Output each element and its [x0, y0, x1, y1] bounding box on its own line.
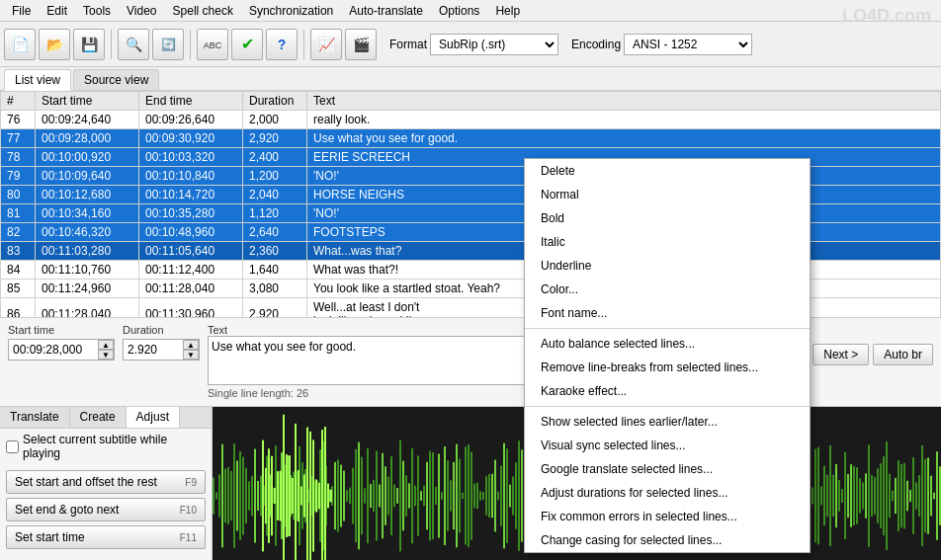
context-menu-item-0[interactable]: Delete [525, 159, 810, 183]
context-menu-item-2[interactable]: Bold [525, 206, 810, 230]
tab-adjust[interactable]: Adjust [127, 407, 180, 428]
cell-num: 76 [1, 111, 36, 129]
svg-rect-236 [909, 490, 911, 502]
menu-options[interactable]: Options [431, 2, 487, 20]
svg-rect-250 [271, 456, 273, 536]
cell-dur: 2,920 [243, 298, 307, 319]
svg-rect-58 [382, 453, 384, 538]
duration-up[interactable]: ▲ [183, 340, 199, 350]
start-time-input[interactable] [9, 340, 98, 360]
svg-rect-76 [435, 487, 437, 505]
tab-create[interactable]: Create [70, 407, 127, 428]
svg-rect-84 [459, 459, 461, 533]
duration-input[interactable] [124, 340, 183, 360]
cell-dur: 2,040 [243, 186, 307, 204]
set-start-time-button[interactable]: Set start time F11 [6, 525, 206, 549]
format-select[interactable]: SubRip (.srt) [430, 34, 558, 55]
context-menu-item-10[interactable]: Show selected lines earlier/later... [525, 410, 810, 434]
video-button[interactable] [345, 29, 377, 60]
svg-rect-235 [906, 481, 908, 512]
table-row[interactable]: 76 00:09:24,640 00:09:26,640 2,000 reall… [1, 111, 941, 129]
context-menu-item-1[interactable]: Normal [525, 183, 810, 206]
cell-num: 85 [1, 280, 36, 298]
context-menu-item-8[interactable]: Remove line-breaks from selected lines..… [525, 356, 810, 379]
set-end-goto-button[interactable]: Set end & goto next F10 [6, 498, 206, 521]
next-button[interactable]: Next > [813, 344, 869, 365]
open-icon [46, 37, 63, 52]
svg-rect-90 [476, 483, 478, 509]
svg-rect-94 [488, 474, 490, 518]
context-menu-item-6[interactable]: Font name... [525, 301, 810, 325]
spell-icon [204, 38, 222, 51]
checkbox-row: Select current subtitle while playing [0, 429, 212, 464]
cell-start: 00:10:09,640 [36, 167, 139, 186]
menu-file[interactable]: File [4, 2, 39, 20]
context-menu-item-13[interactable]: Adjust durations for selected lines... [525, 481, 810, 505]
help-button[interactable] [266, 29, 298, 60]
svg-rect-72 [423, 486, 425, 506]
context-menu-item-7[interactable]: Auto balance selected lines... [525, 332, 810, 356]
menu-spell-check[interactable]: Spell check [165, 2, 241, 20]
svg-rect-3 [218, 474, 220, 517]
menu-edit[interactable]: Edit [39, 2, 75, 20]
check-button[interactable] [231, 29, 263, 60]
menu-synchronization[interactable]: Synchronization [241, 2, 341, 20]
menu-tools[interactable]: Tools [75, 2, 119, 20]
tab-source-view[interactable]: Source view [73, 69, 159, 90]
duration-field: Duration ▲ ▼ [123, 324, 200, 360]
context-menu-item-15[interactable]: Change casing for selected lines... [525, 528, 810, 552]
svg-rect-242 [927, 457, 929, 533]
chart-button[interactable] [310, 29, 342, 60]
svg-rect-219 [859, 478, 861, 513]
svg-rect-104 [518, 440, 520, 551]
svg-rect-95 [491, 474, 493, 518]
save-button[interactable] [73, 29, 105, 60]
replace-button[interactable] [152, 29, 184, 60]
svg-rect-204 [814, 449, 816, 543]
find-button[interactable] [118, 29, 149, 60]
context-menu-item-9[interactable]: Karaoke effect... [525, 379, 810, 403]
set-start-offset-button[interactable]: Set start and offset the rest F9 [6, 470, 206, 494]
context-menu-item-11[interactable]: Visual sync selected lines... [525, 434, 810, 457]
svg-rect-264 [312, 440, 314, 551]
separator-3 [303, 30, 304, 59]
tab-translate[interactable]: Translate [0, 407, 70, 428]
svg-rect-212 [838, 480, 840, 512]
svg-rect-89 [473, 484, 475, 509]
context-menu-item-5[interactable]: Color... [525, 278, 810, 301]
svg-rect-262 [306, 428, 308, 560]
table-row[interactable]: 77 00:09:28,000 00:09:30,920 2,920 Use w… [1, 129, 941, 148]
cell-text: Use what you see for good. [307, 129, 941, 148]
context-menu-item-4[interactable]: Underline [525, 254, 810, 278]
svg-rect-69 [414, 486, 416, 507]
svg-rect-54 [370, 484, 372, 508]
svg-rect-8 [233, 443, 235, 548]
start-time-up[interactable]: ▲ [98, 340, 114, 350]
context-menu-item-3[interactable]: Italic [525, 230, 810, 254]
cell-end: 00:10:48,960 [139, 223, 243, 242]
open-button[interactable] [39, 29, 70, 60]
context-menu-item-14[interactable]: Fix common errors in selected lines... [525, 505, 810, 528]
svg-rect-266 [318, 483, 320, 509]
encoding-select[interactable]: ANSI - 1252 [624, 34, 752, 55]
start-time-field: Start time ▲ ▼ [8, 324, 115, 360]
cell-num: 82 [1, 223, 36, 242]
menu-video[interactable]: Video [119, 2, 164, 20]
svg-rect-101 [509, 485, 511, 508]
new-button[interactable] [4, 29, 36, 60]
duration-label: Duration [123, 324, 200, 336]
svg-rect-14 [251, 476, 253, 516]
duration-down[interactable]: ▼ [183, 350, 199, 360]
menu-help[interactable]: Help [487, 2, 528, 20]
start-time-spinners: ▲ ▼ [98, 340, 114, 360]
select-subtitle-checkbox[interactable] [6, 440, 19, 453]
start-time-down[interactable]: ▼ [98, 350, 114, 360]
cell-end: 00:11:12,400 [139, 261, 243, 280]
svg-rect-222 [868, 444, 870, 546]
tab-list-view[interactable]: List view [4, 69, 71, 91]
auto-br-button[interactable]: Auto br [873, 344, 933, 365]
context-menu-item-12[interactable]: Google translate selected lines... [525, 457, 810, 481]
menu-auto-translate[interactable]: Auto-translate [341, 2, 431, 20]
spell-button[interactable] [197, 29, 228, 60]
svg-rect-268 [324, 427, 326, 560]
